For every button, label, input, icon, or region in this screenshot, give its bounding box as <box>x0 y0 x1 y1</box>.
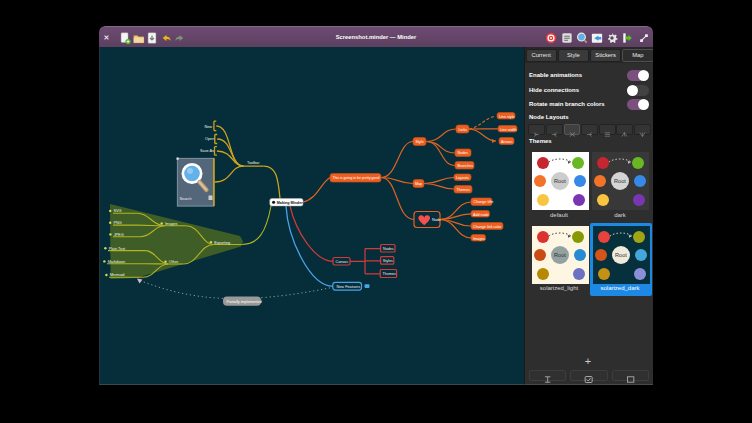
svg-text:Change title: Change title <box>474 200 494 204</box>
svg-text:Canvas: Canvas <box>336 260 349 264</box>
svg-text:Save As: Save As <box>200 149 214 153</box>
svg-text:Root: Root <box>614 178 626 184</box>
svg-text:Line style: Line style <box>499 115 515 119</box>
svg-text:Style: Style <box>416 140 424 144</box>
svg-text:Layouts: Layouts <box>456 176 469 180</box>
svg-text:Exporting: Exporting <box>214 241 230 245</box>
svg-text:Partially implemented: Partially implemented <box>227 300 262 304</box>
svg-text:Root: Root <box>554 178 566 184</box>
svg-text:Links: Links <box>459 128 468 132</box>
svg-text:Arrows: Arrows <box>501 140 513 144</box>
svg-text:Root: Root <box>554 252 566 258</box>
svg-text:Styles: Styles <box>383 259 393 263</box>
svg-text:New Features: New Features <box>337 285 361 289</box>
svg-text:Branches: Branches <box>458 164 474 168</box>
svg-text:SVG: SVG <box>114 209 122 213</box>
svg-text:Making Minder: Making Minder <box>277 201 303 205</box>
svg-text:Line width: Line width <box>500 128 517 132</box>
svg-text:PNG: PNG <box>114 221 122 225</box>
svg-text:Images: Images <box>165 222 178 226</box>
svg-text:Search: Search <box>180 197 192 201</box>
svg-text:Other: Other <box>169 260 179 264</box>
svg-text:New: New <box>205 125 213 129</box>
svg-text:Open: Open <box>205 137 214 141</box>
svg-text:This is going to be pretty goo: This is going to be pretty good <box>333 176 380 180</box>
svg-text:Themes: Themes <box>383 272 396 276</box>
svg-text:Themes: Themes <box>457 188 470 192</box>
svg-text:Nodes: Nodes <box>383 247 394 251</box>
svg-text:Add node: Add node <box>473 213 489 217</box>
svg-text:Images: Images <box>473 237 485 241</box>
svg-text:Markdown: Markdown <box>108 260 126 264</box>
svg-text:Nodes: Nodes <box>458 151 469 155</box>
svg-text:Root: Root <box>615 252 627 258</box>
svg-text:Mermaid: Mermaid <box>110 273 125 277</box>
svg-text:Plain Text: Plain Text <box>109 247 126 251</box>
svg-text:Node: Node <box>432 218 441 222</box>
svg-text:Change link color: Change link color <box>473 225 502 229</box>
svg-text:Map: Map <box>415 182 422 186</box>
svg-text:JPEG: JPEG <box>114 233 124 237</box>
svg-text:Toolbar: Toolbar <box>247 161 260 165</box>
